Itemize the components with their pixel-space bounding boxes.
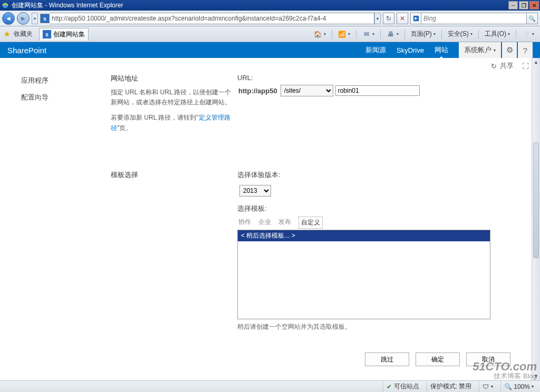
nav-item-apps[interactable]: 应用程序 (16, 74, 111, 91)
help-icon: ❔ (522, 30, 531, 38)
status-zone[interactable]: ✔ 可信站点 (383, 381, 422, 392)
help-button-suite[interactable]: ? (518, 42, 533, 58)
search-provider-icon[interactable] (410, 13, 421, 24)
skip-button[interactable]: 跳过 (365, 352, 409, 366)
template-label: 选择模板: (237, 204, 516, 213)
vertical-scrollbar[interactable]: ▲ ▼ (532, 58, 540, 380)
browser-tab[interactable]: s 创建网站集 (39, 28, 89, 41)
settings-button[interactable]: ⚙ (502, 42, 517, 58)
nav-item-wizard[interactable]: 配置向导 (16, 91, 111, 107)
search-bar: 🔍 (410, 13, 538, 24)
section-title-template: 模板选择 (111, 170, 232, 180)
feeds-button[interactable]: 📶▾ (334, 28, 354, 40)
suite-link-skydrive[interactable]: SkyDrive (397, 46, 424, 54)
section-desc-address-2: 若要添加新 URL 路径，请转到"定义管理路径"页。 (111, 113, 232, 133)
tools-menu-button[interactable]: 工具(O) ▾ (481, 28, 514, 40)
mail-icon: ✉ (362, 30, 371, 38)
url-host: http://app50 (237, 86, 278, 96)
refresh-button[interactable]: ↻ (383, 13, 394, 24)
section-title-address: 网站地址 (111, 74, 232, 83)
window-titlebar: 创建网站集 - Windows Internet Explorer ─ ❐ ✕ (0, 0, 540, 11)
tab-enterprise[interactable]: 企业 (258, 217, 271, 229)
tab-title: 创建网站集 (53, 30, 85, 39)
url-path-select[interactable]: /sites/ (281, 85, 333, 96)
section-template: 模板选择 (111, 170, 232, 180)
trusted-check-icon: ✔ (387, 383, 392, 390)
chevron-down-icon: ▾ (494, 48, 496, 53)
print-button[interactable]: 🖶▾ (383, 28, 402, 40)
tab-collab[interactable]: 协作 (238, 217, 251, 229)
rss-icon: 📶 (338, 30, 346, 38)
window-restore-button[interactable]: ❐ (519, 1, 528, 9)
left-nav: 应用程序 配置向导 (16, 74, 111, 375)
search-go-button[interactable]: 🔍 (526, 13, 538, 24)
window-minimize-button[interactable]: ─ (508, 1, 518, 9)
scroll-thumb[interactable] (533, 142, 539, 258)
page-menu-button[interactable]: 页面(P) ▾ (407, 28, 439, 40)
status-extra[interactable]: 🛡▾ (479, 381, 496, 392)
section-descriptions: 网站地址 指定 URL 名称和 URL 路径，以便创建一个新网站，或者选择在特定… (111, 74, 232, 375)
tab-custom[interactable]: 自定义 (298, 217, 323, 229)
brand-label: SharePoint (7, 46, 46, 55)
page-body: 应用程序 配置向导 网站地址 指定 URL 名称和 URL 路径，以便创建一个新… (0, 58, 540, 380)
nav-history-dropdown[interactable]: ▾ (32, 13, 38, 24)
form-area: URL: http://app50 /sites/ 选择体验版本: 2013 选… (232, 74, 516, 375)
zoom-control[interactable]: 🔍 100% ▾ (500, 381, 537, 392)
nav-forward-button[interactable]: ► (17, 12, 30, 25)
address-dropdown[interactable]: ▾ (374, 13, 381, 24)
nav-back-button[interactable]: ◄ (2, 12, 15, 25)
address-input[interactable] (50, 13, 374, 24)
url-name-input[interactable] (335, 85, 420, 96)
ie-nav-bar: ◄ ► ▾ s ▾ ↻ ✕ 🔍 (0, 11, 540, 26)
ie-command-bar: 🏠▾ 📶▾ ✉▾ 🖶▾ 页面(P) ▾ 安全(S) ▾ 工具(O) ▾ ❔▾ (310, 28, 538, 40)
stop-button[interactable]: ✕ (397, 13, 408, 24)
tab-publish[interactable]: 发布 (278, 217, 291, 229)
site-icon: s (40, 14, 50, 23)
gear-icon: ⚙ (506, 45, 513, 55)
experience-select[interactable]: 2013 (239, 185, 271, 197)
home-icon: 🏠 (314, 30, 322, 38)
home-button[interactable]: 🏠▾ (310, 28, 330, 40)
template-tabs: 协作 企业 发布 自定义 (238, 217, 516, 229)
zoom-icon: 🔍 (504, 383, 512, 390)
url-label: URL: (237, 74, 516, 82)
cancel-button[interactable]: 取消 (466, 352, 510, 366)
question-icon: ? (523, 46, 527, 55)
template-item-selected[interactable]: < 稍后选择模板... > (238, 230, 490, 241)
template-listbox[interactable]: < 稍后选择模板... > (237, 230, 490, 319)
template-note: 稍后请创建一个空网站并为其选取模板。 (237, 322, 516, 331)
print-icon: 🖶 (387, 30, 395, 38)
safety-menu-button[interactable]: 安全(S) ▾ (444, 28, 476, 40)
ie-status-bar: ✔ 可信站点 保护模式: 禁用 🛡▾ 🔍 100% ▾ (0, 380, 540, 392)
suite-link-sites[interactable]: 网站 (435, 45, 448, 55)
chevron-down-icon: ▾ (532, 384, 534, 389)
search-input[interactable] (421, 13, 526, 24)
shield-icon: 🛡 (483, 383, 489, 390)
account-label: 系统帐户 (464, 45, 491, 55)
suite-link-newsfeed[interactable]: 新闻源 (365, 45, 386, 55)
window-title: 创建网站集 - Windows Internet Explorer (12, 1, 123, 10)
window-close-button[interactable]: ✕ (529, 1, 539, 9)
address-bar: s ▾ (40, 13, 381, 24)
ie-tab-bar: ★ 收藏夹 s 创建网站集 🏠▾ 📶▾ ✉▾ 🖶▾ 页面(P) ▾ 安全(S) … (0, 26, 540, 42)
scroll-down-arrow[interactable]: ▼ (532, 372, 540, 380)
tab-favicon-icon: s (43, 30, 51, 38)
ie-icon (1, 1, 9, 9)
status-protected-mode: 保护模式: 禁用 (427, 381, 475, 392)
button-row: 跳过 确定 取消 (237, 352, 516, 366)
section-desc-address-1: 指定 URL 名称和 URL 路径，以便创建一个新网站，或者选择在特定路径上创建… (111, 87, 232, 107)
account-menu[interactable]: 系统帐户 ▾ (459, 42, 501, 58)
mail-button[interactable]: ✉▾ (359, 28, 378, 40)
page-scroll: 应用程序 配置向导 网站地址 指定 URL 名称和 URL 路径，以便创建一个新… (0, 58, 532, 380)
experience-label: 选择体验版本: (237, 170, 516, 180)
ok-button[interactable]: 确定 (416, 352, 460, 366)
url-row: http://app50 /sites/ (237, 85, 516, 96)
help-button[interactable]: ❔▾ (518, 28, 538, 40)
favorites-label[interactable]: 收藏夹 (14, 30, 33, 38)
scroll-up-arrow[interactable]: ▲ (532, 58, 540, 66)
favorites-star-icon[interactable]: ★ (2, 30, 12, 39)
section-site-address: 网站地址 指定 URL 名称和 URL 路径，以便创建一个新网站，或者选择在特定… (111, 74, 232, 133)
sharepoint-suite-bar: SharePoint 新闻源 SkyDrive 网站 系统帐户 ▾ ⚙ ? (0, 42, 540, 58)
